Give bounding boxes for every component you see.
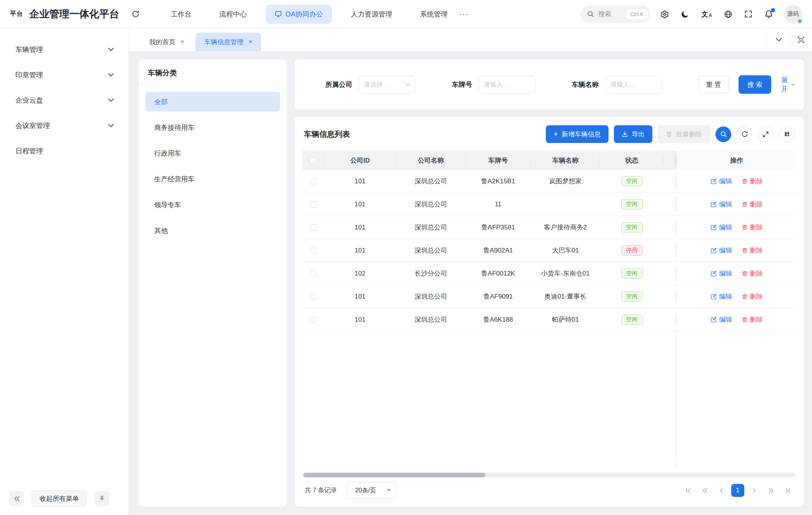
sidebar-menu-item[interactable]: 印章管理 [0,62,128,88]
filter-input[interactable] [611,81,657,88]
filter-field: 所属公司 [325,76,415,93]
edit-button[interactable]: 编辑 [710,223,732,232]
next-page-button[interactable] [748,484,761,497]
edit-pencil-icon [710,201,717,208]
forward-five-pages-button[interactable] [764,484,777,497]
edit-button[interactable]: 编辑 [710,200,732,209]
global-search-input[interactable]: 搜索 Ctrl K [580,5,650,23]
tabs-dropdown-chevron-icon[interactable] [767,28,790,51]
refresh-table-icon[interactable] [737,126,752,142]
sidebar-menu-item[interactable]: 会议室管理 [0,113,128,138]
sidebar-menu-item[interactable]: 车辆管理 [0,37,128,62]
previous-page-button[interactable] [715,484,728,497]
category-item[interactable]: 领导专车 [145,195,280,214]
nav-item[interactable]: 人力资源管理 [342,5,401,24]
batch-delete-button[interactable]: 批量删除 [658,125,710,143]
nav-item[interactable]: 流程中心 [210,5,256,24]
tab-close-icon[interactable]: × [180,38,184,46]
edit-button[interactable]: 编辑 [710,177,732,186]
dark-mode-moon-icon[interactable] [681,10,689,18]
filter-field-input[interactable] [479,76,535,93]
delete-button[interactable]: 删除 [742,200,763,209]
expand-table-icon[interactable] [758,126,774,142]
collapse-all-menus-button[interactable]: 收起所有菜单 [32,490,87,507]
filter-field-input[interactable] [605,76,662,93]
tab-close-icon[interactable]: × [248,38,252,46]
sidebar-menu-item[interactable]: 企业云盘 [0,88,128,113]
fullscreen-icon[interactable] [744,10,752,18]
sidebar-menu-item[interactable]: 日程管理 [0,138,128,164]
delete-button[interactable]: 删除 [742,315,763,324]
cell-company-id: 102 [324,270,396,277]
row-checkbox[interactable] [310,294,316,300]
tab[interactable]: 我的首页 × [140,33,193,51]
nav-item[interactable]: 系统管理 [411,5,457,24]
row-checkbox[interactable] [310,224,316,231]
current-page-button[interactable]: 1 [731,484,744,497]
cell-plate: 鲁AF9091 [465,292,531,301]
add-vehicle-button[interactable]: + 新增车辆信息 [546,125,609,143]
toggle-search-icon[interactable] [715,126,731,142]
last-page-button[interactable] [781,484,794,497]
page-size-value: 20条/页 [355,487,376,495]
maximize-content-icon[interactable] [790,28,812,51]
nav-more-button[interactable]: ··· [457,10,471,18]
edit-pencil-icon [710,247,717,254]
row-checkbox[interactable] [310,178,316,184]
cell-vehicle-name: 大巴车01 [531,246,600,255]
edit-button[interactable]: 编辑 [710,292,732,301]
filter-input[interactable] [364,81,405,88]
table-row: 101 深圳总公司 鲁A902A1 大巴车01 停用 编辑 [302,239,796,262]
row-checkbox[interactable] [310,201,316,208]
column-settings-icon[interactable] [779,126,795,142]
category-item[interactable]: 商务接待用车 [145,118,280,137]
category-item[interactable]: 全部 [145,92,280,111]
download-icon [622,131,628,138]
row-checkbox[interactable] [310,317,316,323]
delete-button[interactable]: 删除 [742,269,763,278]
edit-button[interactable]: 编辑 [710,269,732,278]
delete-button[interactable]: 删除 [742,292,763,301]
table-empty-area [302,331,796,471]
expand-filters-link[interactable]: 展开 [781,75,795,94]
delete-button[interactable]: 删除 [742,246,763,255]
category-item[interactable]: 行政用车 [145,143,280,163]
settings-gear-icon[interactable] [660,10,669,18]
sidebar: 车辆管理 印章管理 企业云盘 [0,28,129,515]
pin-icon[interactable] [95,491,109,506]
search-button[interactable]: 搜 索 [739,75,771,94]
delete-button[interactable]: 删除 [742,223,763,232]
nav-item[interactable]: OA协同办公 [266,5,332,24]
nav-item[interactable]: 工作台 [162,5,200,24]
notifications-bell-icon[interactable] [764,10,773,18]
filter-field-input[interactable] [358,76,415,93]
tab[interactable]: 车辆信息管理 × [195,33,261,51]
row-checkbox[interactable] [310,271,316,277]
column-header-company-id: 公司ID [324,156,396,165]
edit-button[interactable]: 编辑 [710,315,732,324]
category-item-label: 生产经营用车 [154,174,195,184]
category-item[interactable]: 生产经营用车 [145,169,280,189]
scrollbar-thumb[interactable] [303,473,485,477]
trash-icon [742,317,748,323]
page-size-select[interactable]: 20条/页 [347,482,396,499]
translate-icon[interactable]: 文A [701,11,712,18]
status-badge: 停用 [621,245,643,256]
filter-input[interactable] [484,81,530,88]
edit-button[interactable]: 编辑 [710,246,732,255]
row-checkbox[interactable] [310,248,316,254]
collapse-sidebar-icon[interactable] [9,491,24,506]
user-avatar[interactable]: 源码 [784,5,802,23]
refresh-icon[interactable] [132,10,140,18]
horizontal-scrollbar[interactable] [303,473,795,477]
first-page-button[interactable] [682,484,695,497]
filter-field: 车辆名称 [572,76,662,93]
reset-button[interactable]: 重 置 [699,76,729,93]
delete-button[interactable]: 删除 [742,177,763,186]
export-button[interactable]: 导出 [614,125,652,143]
back-five-pages-button[interactable] [698,484,711,497]
timezone-globe-icon[interactable] [724,10,732,18]
category-item[interactable]: 其他 [145,221,280,240]
select-all-checkbox[interactable] [310,157,316,163]
status-badge: 空闲 [621,291,643,302]
